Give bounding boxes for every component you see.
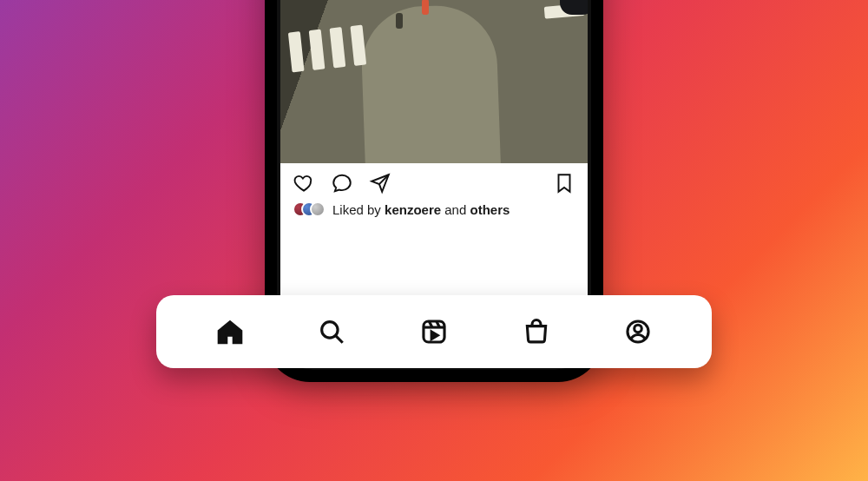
heart-icon xyxy=(293,172,315,194)
post-photo[interactable] xyxy=(280,0,588,163)
profile-icon xyxy=(623,317,653,346)
likes-others: others xyxy=(470,202,510,217)
likes-text: Liked by kenzoere and others xyxy=(332,202,510,217)
share-icon xyxy=(369,172,391,194)
profile-tab[interactable] xyxy=(621,315,654,348)
share-button[interactable] xyxy=(369,172,391,194)
shop-icon xyxy=(522,317,551,346)
search-icon xyxy=(317,317,346,346)
comment-icon xyxy=(331,172,353,194)
bookmark-icon xyxy=(553,172,575,194)
bottom-nav-bar xyxy=(156,295,712,368)
comment-button[interactable] xyxy=(331,172,353,194)
home-tab[interactable] xyxy=(214,315,247,348)
liker-username: kenzoere xyxy=(385,202,441,217)
like-button[interactable] xyxy=(293,172,315,194)
shop-tab[interactable] xyxy=(520,315,553,348)
search-tab[interactable] xyxy=(315,315,348,348)
reels-icon xyxy=(419,317,449,346)
home-icon xyxy=(215,317,245,346)
svg-point-4 xyxy=(635,325,642,333)
liker-avatars xyxy=(293,201,326,217)
likes-row[interactable]: Liked by kenzoere and others xyxy=(280,198,588,227)
svg-line-1 xyxy=(336,336,343,343)
post-action-row xyxy=(280,163,588,198)
reels-tab[interactable] xyxy=(418,315,450,348)
save-button[interactable] xyxy=(553,172,575,194)
svg-point-0 xyxy=(322,322,338,338)
